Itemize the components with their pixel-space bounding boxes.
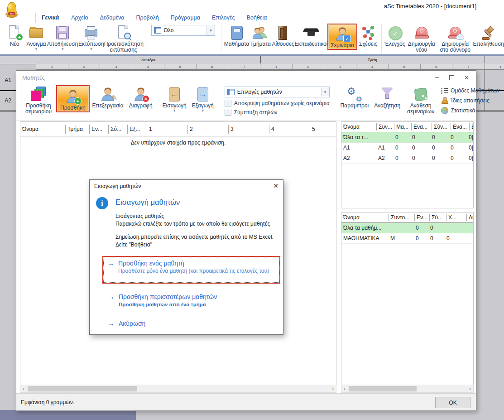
combo-arrow-icon[interactable]: ▼ [206, 26, 215, 35]
column-header[interactable]: 4 [269, 125, 310, 134]
table-row[interactable]: ΜΑΘΗΜΑΤΙΚΑ Μ 0 0 0 [341, 233, 473, 244]
cancel-option[interactable]: → Ακύρωση [108, 319, 145, 328]
teachers-button[interactable]: Εκπαιδευτικοί [295, 24, 328, 47]
window-title: aSc Timetables 2020 - [document1] [362, 3, 498, 10]
students-dialog-titlebar[interactable]: Μαθητές ✕ [16, 71, 476, 84]
delete-student-button[interactable]: × Διαγραφή [126, 84, 155, 121]
combo-arrow-icon[interactable]: ▼ [321, 87, 329, 97]
column-header[interactable]: Εξ... [128, 125, 147, 134]
option-title[interactable]: Ακύρωση [119, 319, 145, 328]
column-header[interactable]: Εν... [415, 214, 430, 221]
scroll-thumb[interactable] [28, 386, 137, 391]
checkbox[interactable] [225, 100, 231, 106]
column-header[interactable]: Ενα... [451, 123, 470, 130]
students-horizontal-scrollbar[interactable]: ‹ › [20, 385, 336, 393]
chevron-down-icon[interactable]: ▼ [173, 109, 176, 112]
column-header[interactable]: Ενα... [412, 123, 432, 130]
chevron-down-icon[interactable]: ▼ [34, 48, 38, 51]
column-header[interactable]: Σύν... [432, 123, 451, 130]
search-button[interactable]: Αναζήτηση [371, 84, 403, 121]
tab-general[interactable]: Γενικά [35, 13, 65, 23]
add-seminar-button[interactable]: Προσθήκη σεμιναρίου [21, 84, 56, 121]
ok-button[interactable]: OK [435, 397, 470, 408]
classrooms-button[interactable]: Αίθουσες [271, 24, 294, 47]
open-button[interactable]: Άνοιγμα ▼ [25, 24, 47, 51]
verify-button[interactable]: Επαλήθευση [473, 24, 504, 47]
scroll-right-icon[interactable]: › [467, 386, 473, 392]
column-header[interactable]: Ενα... [470, 123, 474, 130]
classes-summary-table: Όνομα Συν... Μα... Ενα... Σύν... Ενα... … [341, 121, 474, 208]
hide-courses-checkbox-row[interactable]: Απόκρυψη μαθημάτων χωρίς σεμινάρια [225, 100, 330, 106]
tab-file[interactable]: Αρχείο [65, 13, 94, 23]
scroll-left-icon[interactable]: ‹ [20, 386, 27, 392]
column-header[interactable]: 5 [310, 125, 336, 134]
add-one-student-option[interactable]: → Προσθήκη ενός μαθητή Προσθέστε μόνο έν… [103, 257, 279, 283]
column-header[interactable]: Συν... [377, 123, 394, 130]
column-header[interactable]: 3 [229, 125, 269, 134]
same-requirements-button[interactable]: Ίδιες απαιτήσεις [441, 97, 499, 104]
chevron-down-icon[interactable]: ▼ [61, 48, 64, 51]
print-preview-button[interactable]: Προεπισκόπηση εκτύπωσης [105, 24, 143, 53]
subjects-button[interactable]: Μαθήματα [224, 24, 250, 47]
check-button[interactable]: ✓ Έλεγχος [384, 24, 406, 47]
column-header[interactable]: Τμήμα [66, 125, 90, 134]
tab-help[interactable]: Βοήθεια [241, 13, 273, 23]
view-select[interactable]: Όλο ▼ [151, 25, 215, 36]
column-header[interactable]: Εν... [90, 125, 109, 134]
maximize-icon[interactable] [444, 71, 459, 84]
close-icon[interactable]: ✕ [459, 71, 474, 84]
column-header[interactable]: Χ... [446, 214, 467, 221]
assign-seminars-button[interactable]: Ανάθεση σεμιναρίων [403, 84, 438, 121]
column-header[interactable]: Σύ... [109, 125, 128, 134]
day-header: Δευτέρα [36, 56, 261, 63]
column-header[interactable]: Όνομα [341, 214, 389, 221]
table-row[interactable]: Όλα τα μαθήμ... 0 0 [341, 223, 473, 233]
option-title[interactable]: Προσθήκη ενός μαθητή [118, 259, 269, 267]
column-header[interactable]: Μα... [394, 123, 412, 130]
scroll-thumb[interactable] [349, 386, 417, 391]
tab-view[interactable]: Προβολή [130, 13, 165, 23]
new-button[interactable]: + Νέο [4, 24, 25, 47]
tab-schedule[interactable]: Πρόγραμμα [165, 13, 206, 23]
generate-cloud-button[interactable]: Δημιουργία στο σύννεφο [437, 24, 473, 53]
column-header[interactable]: 2 [188, 125, 229, 134]
chevron-down-icon[interactable]: ▼ [201, 109, 205, 112]
column-header[interactable]: Διανομή [467, 214, 474, 221]
statistics-button[interactable]: Στατιστικά [441, 107, 499, 114]
minimize-icon[interactable] [429, 71, 444, 84]
table-row[interactable]: A1 A1 0 0 0 0 0|0 [341, 143, 473, 153]
export-button[interactable]: → Εξαγωγή ▼ [189, 84, 216, 121]
save-button[interactable]: Αποθήκευση ▼ [47, 24, 78, 51]
tab-options[interactable]: Επιλογές [206, 13, 241, 23]
asc-bell-logo-icon[interactable]: aSc [3, 1, 20, 19]
siren-cloud-icon [447, 25, 463, 40]
import-button[interactable]: ← Εισαγωγή ▼ [160, 84, 189, 121]
column-header[interactable]: Όνομα [341, 123, 377, 130]
edit-student-button[interactable]: ✎ Επεξεργασία [90, 84, 126, 121]
column-header[interactable]: 1 [147, 125, 188, 134]
relations-button[interactable]: Σχέσεις [357, 24, 379, 47]
seminars-button[interactable]: ✓ Σεμινάρια [328, 24, 356, 49]
scroll-left-icon[interactable]: ‹ [341, 386, 348, 392]
parameters-button[interactable]: ⚙⚙ Παράμετροι [338, 84, 372, 121]
table-row[interactable]: Όλα τα τ... 0 0 0 0 0|0 [341, 132, 473, 143]
close-icon[interactable]: ✕ [273, 182, 278, 189]
classes-button[interactable]: Τμήματα [250, 24, 271, 47]
option-title[interactable]: Προσθήκη περισσοτέρων μαθητών [119, 293, 217, 301]
collapse-columns-checkbox-row[interactable]: Σύμπτυξη στηλών [225, 109, 330, 116]
table-row[interactable]: A2 A2 0 0 0 0 0|0 [341, 153, 473, 164]
summary-horizontal-scrollbar[interactable]: ‹ › [341, 385, 474, 393]
print-button[interactable]: Εκτύπωση ▼ [78, 24, 104, 51]
checkbox[interactable] [225, 109, 231, 116]
student-options-select[interactable]: Επιλογές μαθητών ▼ [225, 87, 330, 97]
column-header[interactable]: Συντο... [389, 214, 415, 221]
add-student-button[interactable]: + Προσθήκη [57, 86, 89, 111]
course-groups-button[interactable]: Ομάδες Μαθημάτων [441, 87, 499, 94]
column-header[interactable]: Σύ... [430, 214, 446, 221]
tab-data[interactable]: Δεδομένα [94, 13, 130, 23]
chevron-down-icon[interactable]: ▼ [89, 48, 93, 51]
generate-new-button[interactable]: Δημιουργία νέου [406, 24, 437, 53]
column-header[interactable]: Όνομα [20, 125, 66, 134]
add-more-students-option[interactable]: → Προσθήκη περισσοτέρων μαθητών Προσθήκη… [108, 293, 217, 308]
scroll-right-icon[interactable]: › [330, 386, 336, 392]
